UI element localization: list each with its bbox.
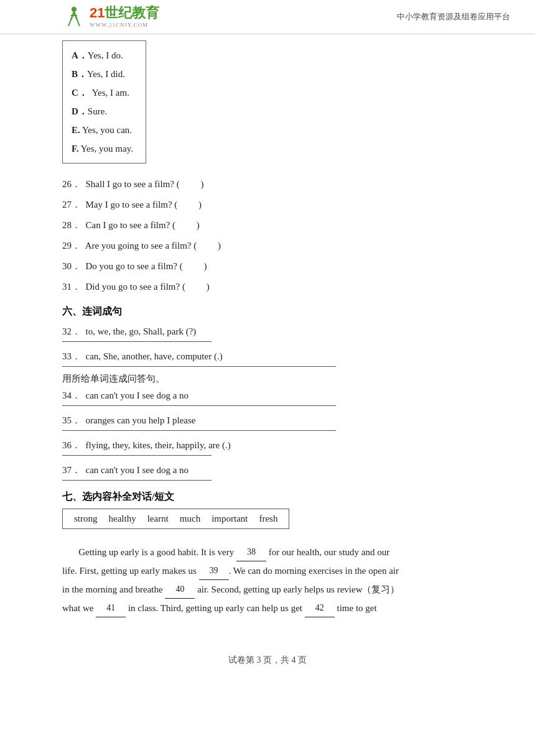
word-bank-fresh: fresh [259, 514, 277, 524]
blank-39: 39 [199, 562, 229, 580]
header-platform-name: 中小学教育资源及组卷应用平台 [397, 11, 510, 22]
question-28: 28． Can I go to see a film? ( ) [62, 217, 498, 234]
logo-sjy: 世纪教育 [105, 5, 159, 21]
answer-option-e: E. Yes, you can. [72, 121, 133, 139]
passage-line4: what we [62, 603, 96, 613]
instruction-text: 用所给单词连成问答句。 [62, 373, 498, 385]
sentence-34: 34． can can't you I see dog a no [62, 387, 498, 404]
passage-mid5: time to get [335, 603, 377, 613]
blank-42: 42 [305, 599, 335, 617]
blank-40: 40 [165, 581, 195, 599]
footer-text: 试卷第 3 页，共 4 页 [228, 655, 307, 665]
logo-21: 21 [90, 5, 105, 21]
underline-32 [62, 341, 212, 342]
answer-option-f: F. Yes, you may. [72, 139, 133, 158]
word-bank-healthy: healthy [109, 514, 136, 524]
answer-option-d: D．Sure. [72, 102, 133, 121]
word-bank-important: important [212, 514, 248, 524]
svg-line-3 [68, 20, 71, 26]
section6-header: 六、连词成句 [62, 305, 498, 318]
question-27: 27． May I go to see a film? ( ) [62, 196, 498, 213]
passage-intro: Getting up early is a good habit. It is … [62, 547, 236, 557]
answer-option-b: B．Yes, I did. [72, 65, 133, 83]
passage-text: Getting up early is a good habit. It is … [62, 543, 498, 617]
question-31: 31． Did you go to see a film? ( ) [62, 279, 498, 295]
sentence-32: 32． to, we, the, go, Shall, park (?) [62, 323, 498, 340]
main-content: A．Yes, I do. B．Yes, I did. C． Yes, I am.… [0, 34, 535, 642]
word-bank-strong: strong [74, 514, 98, 524]
question-29: 29． Are you going to see a film? ( ) [62, 237, 498, 254]
section7-header: 七、选内容补全对话/短文 [62, 491, 498, 504]
underline-34 [62, 405, 336, 406]
word-bank-box: strong healthy learnt much important fre… [62, 509, 289, 529]
logo-text: 21世纪教育 WWW.21CNJY.COM [90, 5, 159, 28]
sentence-33: 33． can, She, another, have, computer (.… [62, 348, 498, 365]
passage-mid1: for our health, our study and our [266, 547, 389, 557]
underline-37 [62, 480, 212, 481]
question-26: 26． Shall I go to see a film? ( ) [62, 176, 498, 193]
passage-mid2: . We can do morning exercises in the ope… [229, 566, 399, 576]
underline-35 [62, 430, 336, 431]
page-footer: 试卷第 3 页，共 4 页 [0, 655, 535, 672]
answer-option-c: C． Yes, I am. [72, 83, 133, 102]
svg-line-4 [77, 20, 80, 26]
logo-area: 21世纪教育 WWW.21CNJY.COM [62, 5, 159, 29]
passage-line2: life. First, getting up early makes us [62, 566, 199, 576]
logo-runner-icon [62, 5, 86, 29]
passage-mid3: air. Second, getting up early helps us r… [195, 584, 399, 594]
page-header: 21世纪教育 WWW.21CNJY.COM 中小学教育资源及组卷应用平台 [0, 0, 535, 34]
question-30: 30． Do you go to see a film? ( ) [62, 258, 498, 275]
word-bank-learnt: learnt [147, 514, 169, 524]
answer-option-a: A．Yes, I do. [72, 46, 133, 65]
passage-line3: in the morning and breathe [62, 584, 165, 594]
logo-main-text: 21世纪教育 [90, 5, 159, 21]
blank-41: 41 [96, 599, 126, 617]
logo-sub-text: WWW.21CNJY.COM [90, 22, 148, 29]
sentence-37: 37． can can't you I see dog a no [62, 462, 498, 479]
answer-options-box: A．Yes, I do. B．Yes, I did. C． Yes, I am.… [62, 40, 146, 164]
passage-mid4: in class. Third, getting up early can he… [126, 603, 305, 613]
svg-point-0 [72, 7, 77, 12]
blank-38: 38 [236, 543, 266, 561]
word-bank-much: much [180, 514, 200, 524]
sentence-36: 36． flying, they, kites, their, happily,… [62, 437, 498, 454]
underline-33 [62, 366, 336, 367]
underline-36 [62, 455, 212, 456]
sentence-35: 35． oranges can you help I please [62, 412, 498, 429]
